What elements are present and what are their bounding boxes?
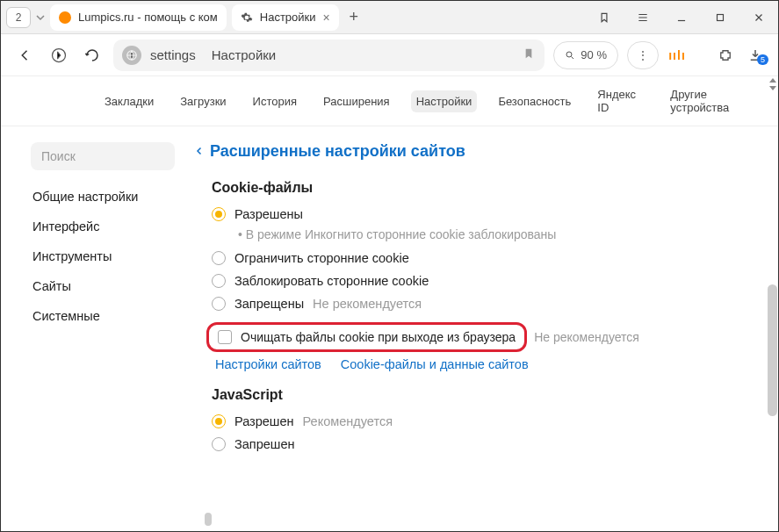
extensions-icon[interactable] xyxy=(715,47,736,63)
checkbox-label[interactable]: Очищать файлы cookie при выходе из брауз… xyxy=(241,330,516,344)
yandex-logo-icon[interactable] xyxy=(47,43,71,68)
sidebar-scrollbar[interactable] xyxy=(205,513,212,526)
nav-downloads[interactable]: Загрузки xyxy=(175,90,231,112)
favicon-lumpics xyxy=(59,11,71,24)
address-text: settings Настройки xyxy=(150,47,276,62)
tab-strip: 2 Lumpics.ru - помощь с ком Настройки × … xyxy=(1,1,778,34)
radio-label: Ограничить сторонние cookie xyxy=(234,251,409,265)
nav-yandex-id[interactable]: Яндекс ID xyxy=(592,83,649,119)
tab-label: Настройки xyxy=(260,11,316,24)
back-chevron-icon[interactable] xyxy=(194,142,205,161)
back-button[interactable] xyxy=(13,43,38,68)
titlebar-controls xyxy=(585,1,778,34)
incognito-note: • В режиме Инкогнито сторонние cookie за… xyxy=(238,227,754,241)
tab-count-badge[interactable]: 2 xyxy=(6,7,31,28)
favicon-settings-gear-icon xyxy=(241,11,253,24)
settings-content: Расширенные настройки сайтов Cookie-файл… xyxy=(185,126,778,531)
radio-icon xyxy=(212,414,226,428)
downloads-badge: 5 xyxy=(757,54,768,65)
nav-security[interactable]: Безопасность xyxy=(493,90,576,112)
tab-lumpics[interactable]: Lumpics.ru - помощь с ком xyxy=(50,4,227,31)
zoom-indicator[interactable]: 90 % xyxy=(553,41,618,69)
nav-settings[interactable]: Настройки xyxy=(411,90,478,112)
sidebar-item-system[interactable]: Системные xyxy=(31,304,175,328)
tab-list-chevron[interactable] xyxy=(36,13,45,22)
close-window-button[interactable] xyxy=(739,1,778,34)
highlight-box: Очищать файлы cookie при выходе из брауз… xyxy=(206,322,527,352)
nav-bookmarks[interactable]: Закладки xyxy=(99,90,159,112)
radio-label: Разрешен xyxy=(234,414,294,428)
minimize-button[interactable] xyxy=(662,1,701,34)
nav-extensions[interactable]: Расширения xyxy=(318,90,395,112)
sidebar-item-tools[interactable]: Инструменты xyxy=(31,244,175,269)
cookie-links-row: Настройки сайтов Cookie-файлы и данные с… xyxy=(215,357,754,371)
alice-button[interactable]: ıılı xyxy=(667,48,687,62)
section-heading-js: JavaScript xyxy=(212,387,754,403)
radio-label: Разрешены xyxy=(234,207,303,221)
reload-button[interactable] xyxy=(80,43,105,68)
svg-rect-0 xyxy=(718,14,724,20)
radio-hint: Не рекомендуется xyxy=(313,297,422,311)
radio-js-allowed[interactable]: Разрешен Рекомендуется xyxy=(212,412,754,431)
address-bar: settings Настройки 90 % ⋮ ıılı 5 xyxy=(1,34,778,76)
close-tab-icon[interactable]: × xyxy=(323,11,330,24)
settings-body: Поиск Общие настройки Интерфейс Инструме… xyxy=(1,126,778,531)
nav-other-devices[interactable]: Другие устройства xyxy=(665,83,762,119)
content-scrollbar[interactable] xyxy=(768,284,777,416)
checkbox-clear-on-exit[interactable] xyxy=(218,330,232,344)
svg-point-3 xyxy=(566,52,572,57)
settings-top-nav: Закладки Загрузки История Расширения Нас… xyxy=(1,76,778,126)
radio-hint: Рекомендуется xyxy=(303,414,393,428)
scroll-handle-icon xyxy=(769,78,776,90)
settings-search-input[interactable]: Поиск xyxy=(31,142,175,170)
nav-history[interactable]: История xyxy=(248,90,302,112)
sidebar-item-general[interactable]: Общие настройки xyxy=(31,184,175,209)
radio-cookies-limit[interactable]: Ограничить сторонние cookie xyxy=(212,248,754,268)
sidebar-item-sites[interactable]: Сайты xyxy=(31,274,175,298)
radio-label: Запрешен xyxy=(234,437,295,451)
radio-icon xyxy=(212,297,226,311)
tab-settings[interactable]: Настройки × xyxy=(232,4,339,31)
browser-window: 2 Lumpics.ru - помощь с ком Настройки × … xyxy=(0,0,779,532)
clear-on-exit-row: Очищать файлы cookie при выходе из брауз… xyxy=(206,322,754,352)
main-menu-icon[interactable] xyxy=(624,1,662,34)
link-cookie-data[interactable]: Cookie-файлы и данные сайтов xyxy=(341,357,529,371)
radio-js-denied[interactable]: Запрешен xyxy=(212,435,754,454)
tab-label: Lumpics.ru - помощь с ком xyxy=(78,11,218,24)
radio-cookies-allowed[interactable]: Разрешены xyxy=(212,205,754,224)
addr-title: Настройки xyxy=(212,47,277,62)
radio-cookies-block[interactable]: Заблокировать сторонние cookie xyxy=(212,271,754,291)
radio-label: Запрещены xyxy=(234,297,304,311)
radio-icon xyxy=(212,274,226,288)
zoom-value: 90 % xyxy=(581,48,607,61)
bookmark-star-icon[interactable] xyxy=(522,47,536,63)
section-heading-cookies: Cookie-файлы xyxy=(212,180,754,196)
addr-host: settings xyxy=(150,47,196,62)
page-actions-menu[interactable]: ⋮ xyxy=(627,41,659,69)
page-title[interactable]: Расширенные настройки сайтов xyxy=(194,142,754,161)
radio-cookies-deny[interactable]: Запрещены Не рекомендуется xyxy=(212,294,754,313)
checkbox-hint: Не рекомендуется xyxy=(534,330,639,344)
settings-sidebar: Поиск Общие настройки Интерфейс Инструме… xyxy=(1,126,185,531)
radio-label: Заблокировать сторонние cookie xyxy=(234,274,429,288)
radio-icon xyxy=(212,437,226,451)
new-tab-button[interactable]: + xyxy=(343,6,365,29)
sidebar-item-interface[interactable]: Интерфейс xyxy=(31,214,175,239)
radio-icon xyxy=(212,207,226,221)
link-site-settings[interactable]: Настройки сайтов xyxy=(215,357,321,371)
address-field[interactable]: settings Настройки xyxy=(113,40,545,71)
page-title-text: Расширенные настройки сайтов xyxy=(210,142,465,161)
maximize-button[interactable] xyxy=(701,1,739,34)
downloads-button[interactable]: 5 xyxy=(745,47,766,63)
site-info-icon[interactable] xyxy=(122,46,141,65)
radio-icon xyxy=(212,251,226,265)
bookmarks-icon[interactable] xyxy=(585,1,624,34)
